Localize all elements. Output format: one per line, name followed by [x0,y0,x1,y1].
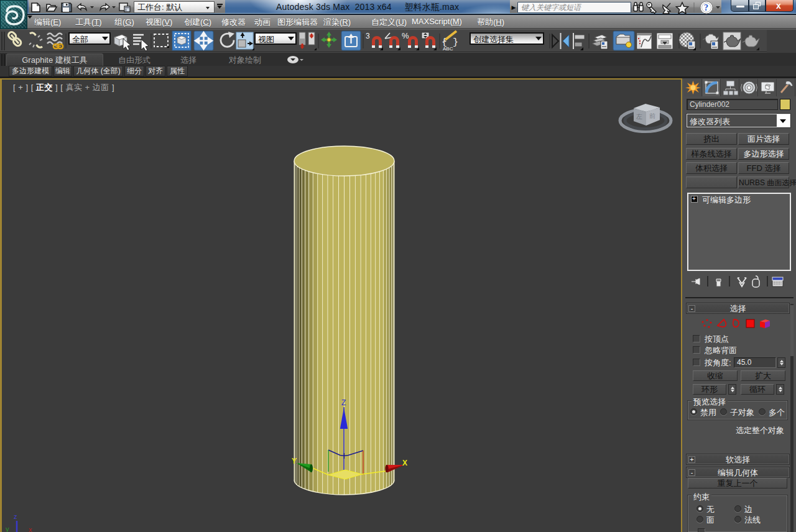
svg-text:X: X [402,459,407,467]
svg-text:3: 3 [366,32,370,40]
svg-text:前: 前 [649,112,655,119]
svg-text:ABC: ABC [443,46,453,52]
svg-text:Z: Z [341,398,346,407]
svg-text:?: ? [704,3,708,12]
svg-text:z: z [14,513,17,520]
svg-text:Y: Y [292,457,297,466]
svg-text:y: y [6,525,9,532]
svg-text:x: x [29,526,32,532]
svg-text:%: % [402,31,409,40]
svg-text:左: 左 [636,113,642,120]
